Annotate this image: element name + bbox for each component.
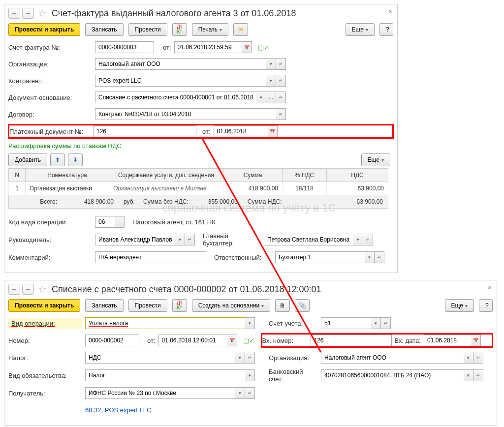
dropdown-icon[interactable]: ▾ — [245, 369, 255, 381]
date-input[interactable] — [158, 335, 227, 346]
open-icon[interactable]: ↵ — [276, 58, 286, 70]
num-input[interactable] — [85, 335, 139, 346]
contract-input[interactable] — [95, 108, 276, 120]
ellipsis-icon[interactable]: … — [266, 92, 276, 103]
post-button[interactable]: Провести — [128, 299, 167, 312]
open-icon[interactable]: ↵ — [245, 352, 255, 364]
payee-label: Получатель: — [8, 390, 82, 397]
optype-input[interactable] — [85, 317, 245, 329]
more-button[interactable]: Еще — [361, 153, 390, 166]
save-button[interactable]: Записать — [85, 299, 123, 312]
nav-back[interactable]: ← — [8, 284, 20, 295]
open-icon[interactable]: ↵ — [473, 369, 483, 381]
favorite-star-icon[interactable]: ☆ — [38, 283, 47, 295]
dropdown-icon[interactable]: ▾ — [245, 317, 255, 329]
dropdown-icon[interactable]: ▾ — [464, 369, 473, 381]
mail-button[interactable]: ✉ — [233, 23, 248, 36]
accountant-input[interactable] — [264, 234, 353, 245]
calendar-icon[interactable]: 📅 — [242, 41, 252, 53]
payee-input[interactable] — [85, 387, 235, 399]
basis-input[interactable] — [95, 92, 256, 103]
open-icon[interactable]: ↵ — [245, 387, 255, 399]
nav-forward[interactable]: → — [22, 8, 34, 19]
open-icon[interactable]: ↵ — [276, 75, 286, 87]
dt-kt-button[interactable]: ДтКт — [172, 299, 187, 312]
favorite-star-icon[interactable]: ☆ — [38, 7, 47, 19]
document-button[interactable]: 🗎 — [275, 299, 290, 312]
vat-grid[interactable]: N Номенклатура Содержание услуги, доп. с… — [8, 168, 388, 195]
save-button[interactable]: Записать — [85, 23, 123, 36]
from-label: от: — [147, 337, 156, 344]
dropdown-icon[interactable]: ▾ — [464, 352, 473, 364]
paydoc-date-input[interactable] — [214, 125, 268, 137]
open-icon[interactable]: ↵ — [363, 234, 373, 245]
counterparty-link[interactable]: 68.32, POS expert LLC — [85, 406, 151, 414]
dropdown-icon[interactable]: ▾ — [266, 58, 276, 70]
cell-vat: 63 900,00 — [327, 182, 388, 195]
post-and-close-button[interactable]: Провести и закрыть — [8, 299, 80, 312]
dropdown-icon[interactable]: ▾ — [256, 92, 266, 103]
dropdown-icon[interactable]: ▾ — [235, 387, 245, 399]
ellipsis-icon[interactable]: … — [115, 216, 125, 228]
acct-input[interactable] — [321, 317, 371, 329]
help-button[interactable]: ? — [379, 23, 393, 36]
open-icon[interactable]: ↵ — [381, 317, 391, 329]
open-icon[interactable]: ↵ — [473, 352, 483, 364]
indate-input[interactable] — [424, 335, 471, 346]
window-payment: × ← → ☆ Списание с расчетного счета 0000… — [4, 280, 497, 426]
close-icon[interactable]: × — [488, 283, 492, 291]
invoice-num-input[interactable] — [95, 41, 154, 53]
posted-icon: ▢✓ — [243, 337, 254, 344]
tax-input[interactable] — [85, 352, 235, 364]
innum-input[interactable] — [311, 335, 392, 346]
help-button[interactable]: ? — [479, 299, 493, 312]
date-input[interactable] — [174, 41, 242, 53]
create-from-button[interactable]: Создать на основании — [192, 299, 271, 312]
date-combo: 📅 — [174, 41, 252, 53]
opcode-input[interactable] — [95, 216, 115, 228]
cell-sum: 418 900,00 — [223, 182, 283, 195]
move-up-button[interactable]: ⬆ — [50, 153, 65, 166]
basis-label: Документ-основание: — [8, 94, 92, 101]
post-and-close-button[interactable]: Провести и закрыть — [8, 23, 80, 36]
nav-forward[interactable]: → — [22, 284, 34, 295]
contractor-input[interactable] — [95, 75, 266, 87]
open-icon[interactable]: ↵ — [375, 251, 384, 263]
responsible-input[interactable] — [275, 251, 365, 263]
add-button[interactable]: Добавить — [8, 153, 47, 166]
open-icon[interactable]: ↵ — [185, 234, 195, 245]
more-button[interactable]: Еще — [346, 23, 375, 36]
dropdown-icon[interactable]: ▾ — [175, 234, 185, 245]
move-down-button[interactable]: ⬇ — [68, 153, 83, 166]
dropdown-icon[interactable]: ▾ — [371, 317, 381, 329]
dt-kt-button[interactable]: ДтКт — [172, 23, 187, 36]
dropdown-icon[interactable]: ▾ — [353, 234, 363, 245]
liab-input[interactable] — [85, 369, 245, 381]
comment-input[interactable] — [95, 251, 206, 263]
calendar-icon[interactable]: 📅 — [227, 335, 237, 346]
vat-breakdown-link[interactable]: Расшифровка суммы по ставкам НДС — [8, 142, 393, 150]
open-icon[interactable]: ↵ — [276, 108, 286, 120]
open-icon[interactable]: ↵ — [276, 92, 286, 103]
dropdown-icon[interactable]: ▾ — [266, 75, 276, 87]
post-button[interactable]: Провести — [128, 23, 167, 36]
bank-input[interactable] — [321, 369, 464, 381]
head-input[interactable] — [95, 234, 175, 245]
basis-combo: ▾ … ↵ — [95, 92, 286, 103]
calendar-icon[interactable]: 📅 — [471, 335, 481, 346]
comment-label: Комментарий: — [8, 254, 92, 261]
org-input[interactable] — [95, 58, 266, 70]
paydoc-num-input[interactable] — [93, 125, 196, 137]
more-button[interactable]: Еще — [445, 299, 474, 312]
liab-label: Вид обязательства: — [8, 372, 82, 379]
grid-row[interactable]: 1 Организация выставки Организация выста… — [9, 182, 388, 195]
close-icon[interactable]: × — [388, 7, 392, 15]
print-button[interactable]: Печать — [192, 23, 228, 36]
org-input[interactable] — [321, 352, 464, 364]
nav-back[interactable]: ← — [8, 8, 20, 19]
head-label: Руководитель: — [8, 236, 92, 244]
dropdown-icon[interactable]: ▾ — [365, 251, 375, 263]
calendar-icon[interactable]: 📅 — [268, 125, 278, 137]
attachment-button[interactable]: 📎 — [295, 299, 310, 312]
dropdown-icon[interactable]: ▾ — [235, 352, 245, 364]
